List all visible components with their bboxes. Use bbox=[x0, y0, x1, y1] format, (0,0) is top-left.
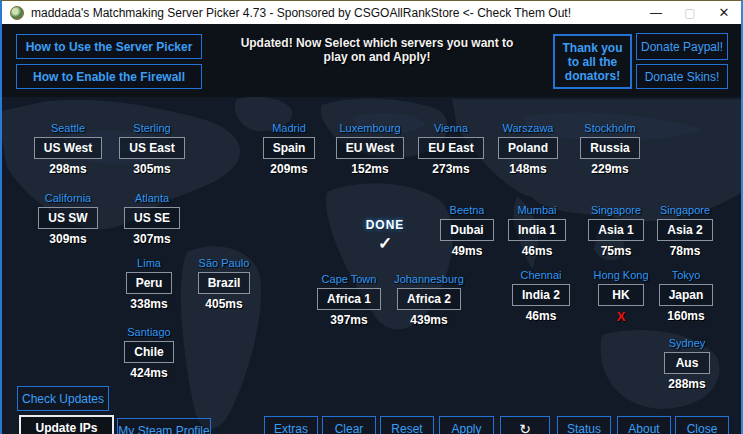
server-city-label: Santiago bbox=[104, 326, 194, 339]
server-ping: 209ms bbox=[244, 162, 334, 176]
how-to-firewall-button[interactable]: How to Enable the Firewall bbox=[16, 64, 202, 89]
server-button-eu-west[interactable]: EU West bbox=[336, 137, 404, 159]
close-window-button[interactable]: ✕ bbox=[707, 1, 741, 24]
server-city-label: Luxembourg bbox=[325, 122, 415, 135]
server-city-label: Tokyo bbox=[641, 269, 731, 282]
server-ping: 78ms bbox=[640, 244, 730, 258]
close-button[interactable]: Close bbox=[675, 416, 729, 434]
announcement-line-1: Updated! Now Select which servers you wa… bbox=[227, 36, 527, 50]
server-city-label: California bbox=[23, 192, 113, 205]
refresh-button[interactable]: ↻ bbox=[500, 416, 550, 434]
server-ping: 397ms bbox=[304, 313, 394, 327]
server-city-label: Stockholm bbox=[565, 122, 655, 135]
server-city-label: Singapore bbox=[640, 204, 730, 217]
server-group-africa-1: Cape TownAfrica 1397ms bbox=[304, 273, 394, 327]
reset-button[interactable]: Reset bbox=[380, 416, 434, 434]
done-indicator: DONE ✓ bbox=[355, 218, 415, 254]
apply-button[interactable]: Apply bbox=[439, 416, 494, 434]
server-group-spain: MadridSpain209ms bbox=[244, 122, 334, 176]
server-button-peru[interactable]: Peru bbox=[126, 272, 173, 294]
server-button-japan[interactable]: Japan bbox=[659, 284, 714, 306]
announcement-line-2: play on and Apply! bbox=[227, 50, 527, 64]
server-button-asia-1[interactable]: Asia 1 bbox=[588, 219, 643, 241]
server-city-label: Seattle bbox=[23, 122, 113, 135]
server-ping: 405ms bbox=[179, 297, 269, 311]
done-check-icon: ✓ bbox=[355, 233, 415, 254]
server-button-eu-east[interactable]: EU East bbox=[418, 137, 483, 159]
server-group-japan: TokyoJapan160ms bbox=[641, 269, 731, 323]
maximize-button: ▢ bbox=[673, 1, 707, 24]
thank-you-text: Thank you to all the donators! bbox=[557, 41, 628, 83]
server-button-dubai[interactable]: Dubai bbox=[440, 219, 493, 241]
server-group-india-2: ChennaiIndia 246ms bbox=[496, 269, 586, 323]
how-to-use-button[interactable]: How to Use the Server Picker bbox=[16, 34, 202, 59]
server-ping: 439ms bbox=[384, 313, 474, 327]
clear-button[interactable]: Clear bbox=[322, 416, 376, 434]
done-label: DONE bbox=[355, 218, 415, 232]
server-button-india-1[interactable]: India 1 bbox=[508, 219, 566, 241]
server-button-india-2[interactable]: India 2 bbox=[512, 284, 570, 306]
server-ping: 298ms bbox=[23, 162, 113, 176]
server-ping: 305ms bbox=[107, 162, 197, 176]
server-city-label: Johannesburg bbox=[384, 273, 474, 286]
server-button-us-se[interactable]: US SE bbox=[124, 207, 180, 229]
server-group-africa-2: JohannesburgAfrica 2439ms bbox=[384, 273, 474, 327]
server-ping: 424ms bbox=[104, 366, 194, 380]
server-city-label: Warszawa bbox=[483, 122, 573, 135]
server-group-india-1: MumbaiIndia 146ms bbox=[492, 204, 582, 258]
window-controls: — ▢ ✕ bbox=[639, 1, 741, 24]
server-city-label: Chennai bbox=[496, 269, 586, 282]
refresh-icon: ↻ bbox=[519, 421, 531, 434]
my-steam-profile-button[interactable]: My Steam Profile bbox=[117, 418, 211, 434]
update-ips-button[interactable]: Update IPs bbox=[19, 415, 114, 434]
server-button-africa-1[interactable]: Africa 1 bbox=[317, 288, 381, 310]
check-updates-button[interactable]: Check Updates bbox=[17, 386, 109, 411]
server-button-poland[interactable]: Poland bbox=[498, 137, 558, 159]
server-ping: 309ms bbox=[23, 232, 113, 246]
server-button-africa-2[interactable]: Africa 2 bbox=[397, 288, 461, 310]
server-city-label: Sterling bbox=[107, 122, 197, 135]
server-group-russia: StockholmRussia229ms bbox=[565, 122, 655, 176]
server-ping: 46ms bbox=[496, 309, 586, 323]
server-button-us-west[interactable]: US West bbox=[34, 137, 102, 159]
server-button-spain[interactable]: Spain bbox=[263, 137, 316, 159]
app-icon bbox=[10, 6, 24, 20]
server-button-us-east[interactable]: US East bbox=[119, 137, 184, 159]
server-group-us-east: SterlingUS East305ms bbox=[107, 122, 197, 176]
server-ping: 46ms bbox=[492, 244, 582, 258]
donate-paypal-button[interactable]: Donate Paypal! bbox=[636, 33, 728, 60]
server-button-aus[interactable]: Aus bbox=[664, 352, 710, 374]
server-ping: 148ms bbox=[483, 162, 573, 176]
app-window: maddada's Matchmaking Server Picker 4.73… bbox=[0, 0, 743, 434]
thank-you-donators-box[interactable]: Thank you to all the donators! bbox=[553, 34, 632, 89]
server-ping: 307ms bbox=[107, 232, 197, 246]
server-group-poland: WarszawaPoland148ms bbox=[483, 122, 573, 176]
about-button[interactable]: About bbox=[617, 416, 671, 434]
status-button[interactable]: Status bbox=[557, 416, 611, 434]
server-ping: 160ms bbox=[641, 309, 731, 323]
server-button-us-sw[interactable]: US SW bbox=[38, 207, 97, 229]
server-city-label: São Paulo bbox=[179, 257, 269, 270]
server-group-us-sw: CaliforniaUS SW309ms bbox=[23, 192, 113, 246]
titlebar: maddada's Matchmaking Server Picker 4.73… bbox=[2, 1, 741, 24]
window-title: maddada's Matchmaking Server Picker 4.73… bbox=[31, 6, 571, 20]
server-ping: 152ms bbox=[325, 162, 415, 176]
server-button-chile[interactable]: Chile bbox=[124, 341, 173, 363]
announcement: Updated! Now Select which servers you wa… bbox=[227, 36, 527, 64]
server-group-aus: SydneyAus288ms bbox=[642, 337, 732, 391]
server-group-us-se: AtlantaUS SE307ms bbox=[107, 192, 197, 246]
server-group-eu-west: LuxembourgEU West152ms bbox=[325, 122, 415, 176]
donate-skins-button[interactable]: Donate Skins! bbox=[636, 64, 728, 89]
server-button-brazil[interactable]: Brazil bbox=[198, 272, 251, 294]
server-city-label: Mumbai bbox=[492, 204, 582, 217]
server-group-asia-2: SingaporeAsia 278ms bbox=[640, 204, 730, 258]
server-group-brazil: São PauloBrazil405ms bbox=[179, 257, 269, 311]
server-city-label: Cape Town bbox=[304, 273, 394, 286]
server-ping: 229ms bbox=[565, 162, 655, 176]
server-button-hk[interactable]: HK bbox=[598, 284, 644, 306]
minimize-button[interactable]: — bbox=[639, 1, 673, 24]
server-button-asia-2[interactable]: Asia 2 bbox=[657, 219, 712, 241]
server-group-us-west: SeattleUS West298ms bbox=[23, 122, 113, 176]
server-button-russia[interactable]: Russia bbox=[580, 137, 639, 159]
extras-button[interactable]: Extras bbox=[264, 416, 318, 434]
